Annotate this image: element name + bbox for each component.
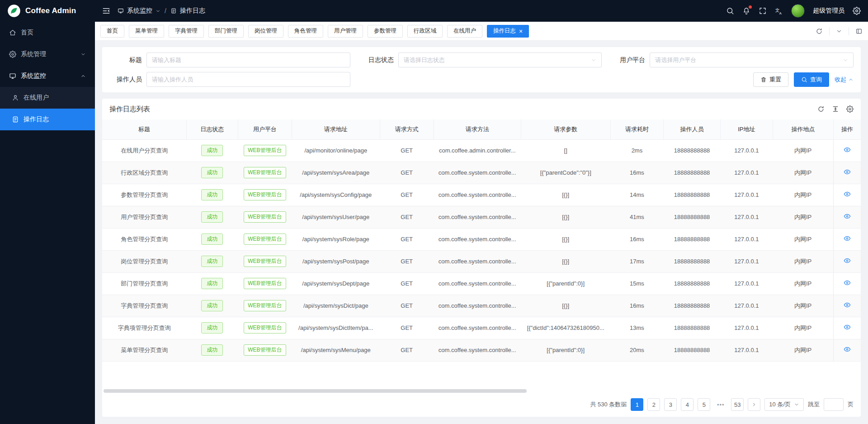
search-icon[interactable] [726, 7, 734, 15]
sidebar-item-label: 系统监控 [21, 72, 46, 80]
cell-status: 成功 [186, 250, 238, 272]
view-detail-eye-icon[interactable] [844, 168, 851, 176]
tab-item[interactable]: 操作日志× [487, 25, 529, 38]
translate-icon[interactable]: 文A [775, 7, 783, 15]
reset-button[interactable]: 重置 [753, 72, 788, 87]
page-button[interactable]: 3 [664, 398, 677, 411]
sidebar-item-system-management[interactable]: 系统管理 [0, 43, 95, 65]
view-detail-eye-icon[interactable] [844, 346, 851, 353]
operator-input[interactable] [152, 76, 345, 83]
cell-request-function: com.coffee.system.controlle... [434, 317, 521, 339]
tab-close-icon[interactable]: × [519, 28, 523, 34]
cell-request-method: GET [380, 250, 434, 272]
filter-actions: 重置 查询 收起 [753, 72, 854, 87]
view-detail-eye-icon[interactable] [844, 235, 851, 242]
content: 标题 日志状态 请选择日志状态 用户平台 [95, 41, 868, 424]
cell-location: 内网IP [773, 162, 833, 184]
user-platform-select[interactable]: 请选择用户平台 [650, 52, 854, 67]
tab-item[interactable]: 岗位管理 [248, 25, 283, 38]
cell-status: 成功 [186, 228, 238, 250]
view-detail-eye-icon[interactable] [844, 301, 851, 309]
view-detail-eye-icon[interactable] [844, 213, 851, 220]
page-size-select[interactable]: 10 条/页 [764, 398, 804, 411]
topbar: 系统监控 / 操作日志 文A 超级管理员 [95, 0, 868, 22]
status-badge: 成功 [201, 211, 223, 223]
tab-item[interactable]: 行政区域 [407, 25, 443, 38]
notification-bell[interactable] [742, 7, 750, 15]
table-row: 字典项管理分页查询成功WEB管理后台/api/system/sysDictIte… [102, 317, 861, 339]
cell-operator: 18888888888 [664, 206, 721, 228]
sidebar-item-home[interactable]: 首页 [0, 22, 95, 43]
tabbar-actions [816, 27, 863, 35]
cell-status: 成功 [186, 184, 238, 206]
table-settings-gear-icon[interactable] [846, 105, 854, 113]
jump-page-input[interactable] [824, 398, 844, 411]
chevron-down-icon[interactable] [836, 28, 842, 34]
table-row: 角色管理分页查询成功WEB管理后台/api/system/sysRole/pag… [102, 228, 861, 250]
view-detail-eye-icon[interactable] [844, 257, 851, 264]
tab-item[interactable]: 菜单管理 [129, 25, 164, 38]
log-icon [170, 8, 177, 14]
cell-request-duration: 13ms [610, 317, 663, 339]
table-row: 行政区域分页查询成功WEB管理后台/api/system/sysArea/pag… [102, 162, 861, 184]
cell-platform: WEB管理后台 [238, 139, 292, 162]
cell-ip-address: 127.0.0.1 [721, 272, 773, 295]
page-button[interactable]: 2 [647, 398, 660, 411]
page-button[interactable]: 53 [731, 398, 744, 411]
view-detail-eye-icon[interactable] [844, 146, 851, 153]
cell-action [834, 162, 861, 184]
title-input[interactable] [152, 57, 345, 63]
tab-item[interactable]: 用户管理 [328, 25, 363, 38]
view-detail-eye-icon[interactable] [844, 279, 851, 286]
cell-status: 成功 [186, 317, 238, 339]
menu-fold-icon[interactable] [102, 7, 110, 15]
collapse-filter-link[interactable]: 收起 [835, 76, 854, 84]
layout-icon[interactable] [855, 28, 863, 35]
sidebar-item-label: 在线用户 [24, 94, 49, 102]
cell-request-method: GET [380, 162, 434, 184]
page-button[interactable]: 1 [631, 398, 643, 411]
view-detail-eye-icon[interactable] [844, 324, 851, 331]
column-header: 用户平台 [238, 119, 292, 139]
tab-label: 用户管理 [334, 27, 357, 35]
sidebar-item-operation-log[interactable]: 操作日志 [0, 109, 95, 130]
log-status-select[interactable]: 请选择日志状态 [398, 52, 602, 67]
tabbar: 首页菜单管理字典管理部门管理岗位管理角色管理用户管理参数管理行政区域在线用户操作… [95, 22, 868, 41]
tab-item[interactable]: 参数管理 [368, 25, 403, 38]
tab-item[interactable]: 角色管理 [288, 25, 323, 38]
cell-platform: WEB管理后台 [238, 228, 292, 250]
cell-platform: WEB管理后台 [238, 295, 292, 317]
next-page-button[interactable] [748, 398, 760, 411]
cell-action [834, 295, 861, 317]
cell-request-function: com.coffee.system.controlle... [434, 339, 521, 361]
cell-location: 内网IP [773, 272, 833, 295]
cell-ip-address: 127.0.0.1 [721, 317, 773, 339]
search-button[interactable]: 查询 [794, 72, 829, 87]
cell-request-params: [{"parentId":0}] [521, 272, 610, 295]
tab-item[interactable]: 字典管理 [169, 25, 204, 38]
page-button[interactable]: 4 [681, 398, 693, 411]
tab-item[interactable]: 首页 [100, 25, 124, 38]
platform-tag: WEB管理后台 [244, 233, 286, 245]
tab-item[interactable]: 在线用户 [447, 25, 482, 38]
column-height-icon[interactable] [832, 105, 839, 113]
cell-request-params: [{}] [521, 250, 610, 272]
sidebar-item-system-monitor[interactable]: 系统监控 [0, 65, 95, 87]
notification-dot [749, 5, 752, 9]
view-detail-eye-icon[interactable] [844, 191, 851, 198]
tab-item[interactable]: 部门管理 [208, 25, 244, 38]
avatar[interactable] [791, 4, 805, 18]
horizontal-scrollbar-thumb[interactable] [104, 389, 527, 393]
sidebar-item-online-users[interactable]: 在线用户 [0, 87, 95, 109]
log-status-label: 日志状态 [361, 56, 394, 64]
fullscreen-icon[interactable] [759, 7, 767, 15]
chevron-down-icon [80, 52, 86, 57]
breadcrumb-level1[interactable]: 系统监控 [127, 7, 152, 15]
svg-text:A: A [779, 11, 782, 15]
refresh-icon[interactable] [816, 28, 823, 35]
page-button[interactable]: 5 [698, 398, 710, 411]
refresh-icon[interactable] [817, 105, 825, 113]
username[interactable]: 超级管理员 [813, 7, 844, 15]
gear-icon[interactable] [853, 7, 861, 15]
sidebar: Coffee Admin 首页 系统管理 系统监控 在线用户 [0, 0, 95, 424]
